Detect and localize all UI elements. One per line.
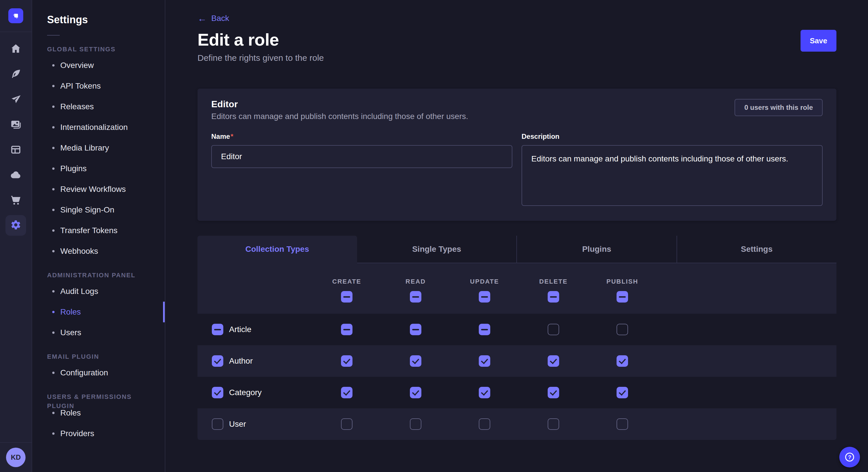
- table-row-user: User: [197, 408, 836, 440]
- subnav-item-plugins[interactable]: Plugins: [32, 158, 165, 179]
- tab-collection-types[interactable]: Collection Types: [197, 236, 357, 263]
- row-label-cell: User: [197, 418, 312, 430]
- tab-settings[interactable]: Settings: [677, 236, 837, 263]
- nav-paper-plane[interactable]: [3, 87, 28, 112]
- paper-plane-icon: [10, 93, 22, 105]
- bullet-icon: [52, 332, 55, 334]
- subnav-section-administration-panel: ADMINISTRATION PANELAudit LogsRolesUsers: [32, 271, 165, 343]
- tab-single-types[interactable]: Single Types: [357, 236, 517, 263]
- description-textarea[interactable]: Editors can manage and publish contents …: [522, 145, 823, 206]
- nav-media-library[interactable]: [3, 112, 28, 137]
- checkbox-category-publish[interactable]: [617, 387, 628, 398]
- back-link[interactable]: ← Back: [197, 14, 229, 23]
- subnav-section-users-permissions-plugin: USERS & PERMISSIONS PLUGINRolesProviders: [32, 392, 165, 444]
- description-label: Description: [522, 133, 823, 140]
- subnav-item-api-tokens[interactable]: API Tokens: [32, 76, 165, 96]
- subnav-item-transfer-tokens[interactable]: Transfer Tokens: [32, 220, 165, 241]
- checkbox-all-publish[interactable]: [617, 291, 628, 303]
- help-button[interactable]: ?: [839, 447, 860, 467]
- checkbox-author-update[interactable]: [479, 355, 490, 367]
- subnav-item-overview[interactable]: Overview: [32, 55, 165, 76]
- subnav-sections: GLOBAL SETTINGSOverviewAPI TokensRelease…: [32, 45, 165, 444]
- checkbox-all-read[interactable]: [410, 291, 422, 303]
- subnav-item-media-library[interactable]: Media Library: [32, 138, 165, 158]
- users-with-role-button[interactable]: 0 users with this role: [735, 99, 823, 116]
- checkbox-article[interactable]: [212, 324, 223, 335]
- checkbox-author-delete[interactable]: [548, 355, 559, 367]
- checkbox-article-read[interactable]: [410, 324, 422, 335]
- checkbox-all-delete[interactable]: [548, 291, 559, 303]
- subnav-section-header: ADMINISTRATION PANEL: [32, 271, 165, 280]
- nav-feather[interactable]: [3, 61, 28, 87]
- subnav-item-internationalization[interactable]: Internationalization: [32, 117, 165, 138]
- checkbox-article-update[interactable]: [479, 324, 490, 335]
- subnav-section-email-plugin: EMAIL PLUGINConfiguration: [32, 352, 165, 383]
- icon-wrap: [10, 169, 22, 181]
- cell-article-update: [450, 324, 519, 335]
- subnav-item-label: Roles: [60, 307, 81, 316]
- checkbox-category-create[interactable]: [341, 387, 352, 398]
- checkbox-category[interactable]: [212, 387, 223, 398]
- checkbox-article-create[interactable]: [341, 324, 352, 335]
- permissions-header-col-read: READ: [381, 274, 450, 303]
- cell-user-create: [312, 418, 381, 430]
- nav-cart[interactable]: [3, 188, 28, 213]
- page-header: Edit a role Define the rights given to t…: [197, 30, 836, 63]
- subnav-item-single-sign-on[interactable]: Single Sign-On: [32, 200, 165, 220]
- row-label-cell: Article: [197, 324, 312, 335]
- row-label: Author: [229, 357, 253, 366]
- cell-user-update: [450, 418, 519, 430]
- subnav-item-review-workflows[interactable]: Review Workflows: [32, 179, 165, 200]
- bullet-icon: [52, 85, 55, 87]
- subnav-item-roles[interactable]: Roles: [32, 403, 165, 423]
- column-label: READ: [406, 278, 426, 285]
- bullet-icon: [52, 290, 55, 293]
- nav-layout[interactable]: [3, 137, 28, 162]
- nav-gear[interactable]: [3, 213, 28, 238]
- nav-home[interactable]: [3, 36, 28, 61]
- subnav-item-configuration[interactable]: Configuration: [32, 363, 165, 383]
- checkbox-user-read[interactable]: [410, 418, 422, 430]
- column-label: CREATE: [332, 278, 361, 285]
- cell-author-publish: [588, 355, 657, 367]
- checkbox-category-read[interactable]: [410, 387, 422, 398]
- role-fields: Name* Description Editors can manage and…: [211, 133, 823, 208]
- checkbox-author-publish[interactable]: [617, 355, 628, 367]
- name-input[interactable]: [211, 145, 513, 168]
- subnav-item-users[interactable]: Users: [32, 322, 165, 343]
- settings-subnav: Settings GLOBAL SETTINGSOverviewAPI Toke…: [32, 0, 165, 472]
- checkbox-category-update[interactable]: [479, 387, 490, 398]
- checkbox-user-create[interactable]: [341, 418, 352, 430]
- subnav-item-providers[interactable]: Providers: [32, 423, 165, 444]
- nav-cloud[interactable]: [3, 162, 28, 188]
- checkbox-article-delete[interactable]: [548, 324, 559, 335]
- strapi-logo[interactable]: [8, 8, 23, 23]
- bullet-icon: [52, 105, 55, 108]
- gear-icon: [9, 219, 22, 232]
- svg-text:?: ?: [848, 454, 851, 460]
- subnav-item-webhooks[interactable]: Webhooks: [32, 241, 165, 262]
- checkbox-all-update[interactable]: [479, 291, 490, 303]
- checkbox-author-read[interactable]: [410, 355, 422, 367]
- subnav-item-audit-logs[interactable]: Audit Logs: [32, 281, 165, 302]
- checkbox-user-update[interactable]: [479, 418, 490, 430]
- avatar[interactable]: KD: [6, 448, 26, 467]
- checkbox-user-delete[interactable]: [548, 418, 559, 430]
- checkbox-article-publish[interactable]: [617, 324, 628, 335]
- checkbox-all-create[interactable]: [341, 291, 352, 303]
- save-button[interactable]: Save: [801, 30, 836, 52]
- subnav-item-label: Audit Logs: [60, 287, 98, 296]
- checkbox-author-create[interactable]: [341, 355, 352, 367]
- checkbox-author[interactable]: [212, 355, 223, 367]
- checkbox-category-delete[interactable]: [548, 387, 559, 398]
- checkbox-user-publish[interactable]: [617, 418, 628, 430]
- permissions-header-row: CREATEREADUPDATEDELETEPUBLISH: [197, 263, 836, 314]
- subnav-item-releases[interactable]: Releases: [32, 96, 165, 117]
- checkbox-user[interactable]: [212, 418, 223, 430]
- subnav-item-label: Overview: [60, 61, 94, 70]
- feather-icon: [10, 68, 22, 80]
- permissions-header-col-delete: DELETE: [519, 274, 588, 303]
- subnav-item-roles[interactable]: Roles: [32, 302, 165, 322]
- tab-plugins[interactable]: Plugins: [516, 236, 677, 263]
- role-description-text: Editors can manage and publish contents …: [211, 112, 468, 121]
